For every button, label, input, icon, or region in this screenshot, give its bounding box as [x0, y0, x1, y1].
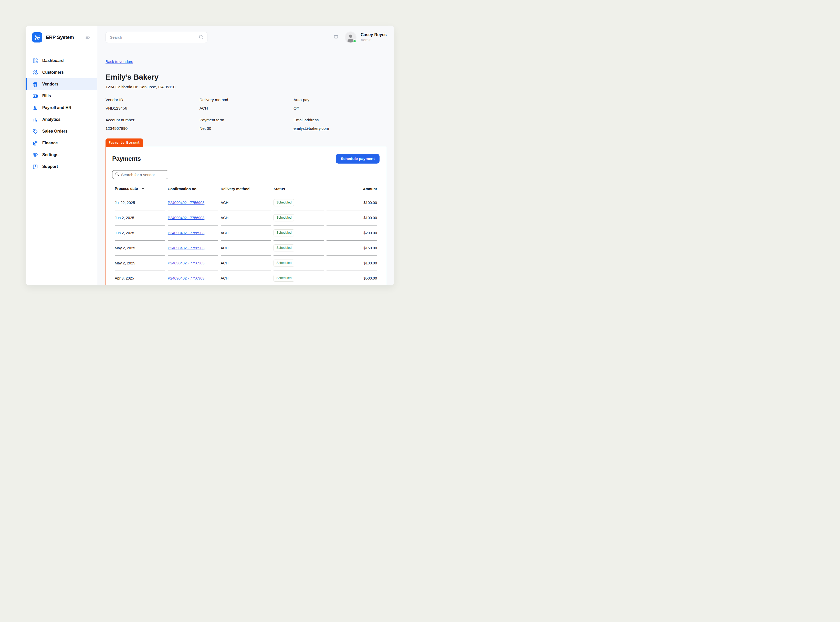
payment-row: May 2, 2025P24090402 - 7756903ACHSchedul… — [115, 256, 377, 271]
confirmation-link[interactable]: P24090402 - 7756903 — [168, 216, 205, 220]
process-date-cell: Jun 2, 2025 — [115, 226, 165, 241]
status-badge: Scheduled — [273, 199, 294, 206]
sidebar-item-bills[interactable]: Bills — [26, 90, 97, 102]
global-search-box[interactable] — [105, 32, 208, 43]
confirmation-link[interactable]: P24090402 - 7756903 — [168, 231, 205, 235]
amount-cell: $100.00 — [327, 195, 377, 210]
column-header-status: Status — [273, 183, 324, 195]
detail-value: emilys@bakery.com — [293, 126, 386, 131]
detail-value: ACH — [200, 106, 293, 111]
sidebar-item-vendors[interactable]: Vendors — [26, 78, 97, 90]
amount-cell: $100.00 — [327, 210, 377, 226]
process-date-cell: Apr 3, 2025 — [115, 271, 165, 285]
sidebar-item-label: Analytics — [42, 117, 60, 122]
sidebar-item-finance[interactable]: Finance — [26, 137, 97, 149]
sidebar-item-settings[interactable]: Settings — [26, 149, 97, 161]
sidebar-nav: DashboardCustomersVendorsBillsPayroll an… — [26, 49, 97, 172]
detail-label: Auto-pay — [293, 98, 386, 102]
column-header-process-date[interactable]: Process date — [115, 183, 165, 195]
sidebar-item-sales-orders[interactable]: Sales Orders — [26, 125, 97, 137]
detail-label: Payment term — [200, 118, 293, 122]
status-cell: Scheduled — [273, 271, 324, 285]
column-header-delivery-method: Delivery method — [221, 183, 271, 195]
sidebar-item-label: Payroll and HR — [42, 105, 72, 110]
vendor-search-box[interactable] — [112, 170, 168, 179]
sidebar-header: ERP System — [26, 26, 97, 49]
confirmation-cell: P24090402 - 7756903 — [168, 195, 218, 210]
confirmation-link[interactable]: P24090402 - 7756903 — [168, 261, 205, 265]
settings-icon — [32, 152, 38, 158]
search-icon — [115, 172, 119, 177]
status-cell: Scheduled — [273, 241, 324, 256]
sidebar-item-label: Finance — [42, 141, 58, 145]
detail-label: Email address — [293, 118, 386, 122]
user-name: Casey Reyes — [360, 32, 387, 37]
sidebar-item-payroll-and-hr[interactable]: Payroll and HR — [26, 102, 97, 114]
global-search-input[interactable] — [110, 35, 199, 40]
delivery-method-cell: ACH — [221, 241, 271, 256]
delivery-method-cell: ACH — [221, 210, 271, 226]
schedule-payment-button[interactable]: Schedule payment — [336, 154, 380, 163]
column-header-confirmation-no: Confirmation no. — [168, 183, 218, 195]
payments-panel-header: Payments Schedule payment — [112, 154, 380, 163]
process-date-cell: May 2, 2025 — [115, 241, 165, 256]
customers-icon — [32, 70, 38, 76]
vendor-search-input[interactable] — [121, 172, 165, 177]
sidebar-item-analytics[interactable]: Analytics — [26, 114, 97, 125]
sidebar-item-customers[interactable]: Customers — [26, 67, 97, 78]
status-badge: Scheduled — [273, 229, 294, 236]
app-title: ERP System — [46, 35, 74, 40]
detail-account-number: Account number1234567890 — [105, 118, 200, 131]
payments-table: Process date Confirmation no.Delivery me… — [112, 183, 380, 285]
amount-cell: $100.00 — [327, 256, 377, 271]
sidebar-item-support[interactable]: Support — [26, 161, 97, 172]
detail-payment-term: Payment termNet 30 — [200, 118, 293, 131]
back-to-vendors-link[interactable]: Back to vendors — [105, 59, 133, 64]
sidebar-item-label: Sales Orders — [42, 129, 67, 134]
delivery-method-cell: ACH — [221, 271, 271, 285]
delivery-method-cell: ACH — [221, 195, 271, 210]
confirmation-cell: P24090402 - 7756903 — [168, 271, 218, 285]
confirmation-link[interactable]: P24090402 - 7756903 — [168, 201, 205, 205]
sidebar-item-label: Customers — [42, 70, 64, 75]
sidebar-item-label: Vendors — [42, 82, 58, 87]
payment-row: Jun 2, 2025P24090402 - 7756903ACHSchedul… — [115, 226, 377, 241]
detail-value: VND123456 — [105, 106, 200, 111]
confirmation-cell: P24090402 - 7756903 — [168, 241, 218, 256]
confirmation-link[interactable]: P24090402 - 7756903 — [168, 246, 205, 250]
payment-row: Jul 22, 2025P24090402 - 7756903ACHSchedu… — [115, 195, 377, 210]
email-link[interactable]: emilys@bakery.com — [293, 126, 329, 131]
status-badge: Scheduled — [273, 244, 294, 252]
confirmation-cell: P24090402 - 7756903 — [168, 210, 218, 226]
detail-label: Account number — [105, 118, 200, 122]
sidebar-item-label: Support — [42, 164, 58, 169]
sidebar-item-label: Dashboard — [42, 58, 64, 63]
payment-row: May 2, 2025P24090402 - 7756903ACHSchedul… — [115, 241, 377, 256]
user-avatar[interactable] — [345, 32, 356, 43]
delivery-method-cell: ACH — [221, 256, 271, 271]
sidebar-item-dashboard[interactable]: Dashboard — [26, 55, 97, 67]
sidebar-collapse-icon[interactable] — [85, 35, 91, 40]
dashboard-icon — [32, 58, 38, 64]
process-date-cell: May 2, 2025 — [115, 256, 165, 271]
confirmation-cell: P24090402 - 7756903 — [168, 226, 218, 241]
detail-label: Delivery method — [200, 98, 293, 102]
notifications-bell-icon[interactable] — [333, 34, 339, 40]
app-window: ERP System DashboardCustomersVendorsBill… — [26, 26, 394, 285]
sort-chevron-down-icon — [141, 187, 145, 191]
vendor-address: 1234 California Dr. San Jose, CA 95110 — [105, 85, 386, 89]
app-logo-icon — [32, 32, 42, 43]
detail-delivery-method: Delivery methodACH — [200, 98, 293, 111]
main-area: Casey Reyes Admin Back to vendors Emily’… — [97, 26, 394, 285]
detail-value: Net 30 — [200, 126, 293, 131]
confirmation-link[interactable]: P24090402 - 7756903 — [168, 276, 205, 280]
process-date-cell: Jun 2, 2025 — [115, 210, 165, 226]
sidebar: ERP System DashboardCustomersVendorsBill… — [26, 26, 97, 285]
delivery-method-cell: ACH — [221, 226, 271, 241]
column-header-amount: Amount — [327, 183, 377, 195]
payments-title: Payments — [112, 155, 141, 162]
payments-element-tag: Payments Element — [105, 139, 143, 147]
detail-value: Off — [293, 106, 386, 111]
status-cell: Scheduled — [273, 195, 324, 210]
vendor-detail-page: Back to vendors Emily’s Bakery 1234 Cali… — [97, 49, 394, 285]
